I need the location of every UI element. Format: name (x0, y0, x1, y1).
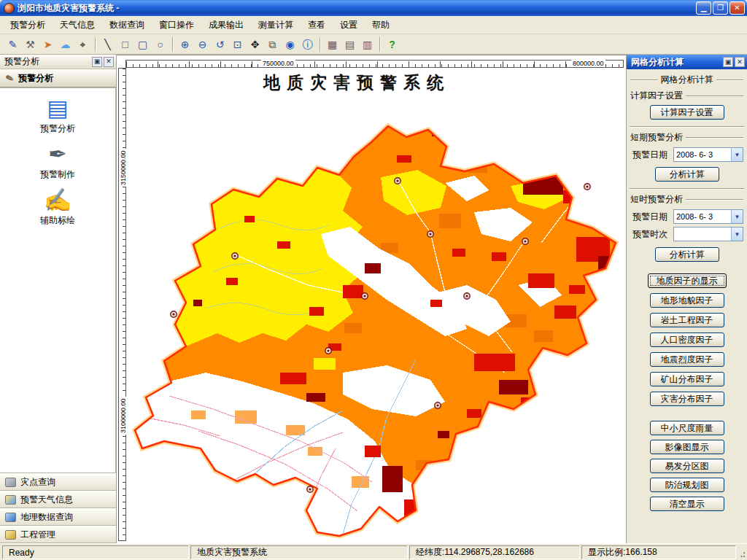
zoom-refresh-icon[interactable]: ↺ (212, 36, 228, 52)
tool-aux-drawing[interactable]: ✍ 辅助标绘 (0, 187, 115, 227)
left-panel-header: 预警分析 ▣ ✕ (0, 55, 116, 69)
target-icon[interactable]: ⌖ (74, 36, 91, 52)
group-nowcast: 短时预警分析 (630, 193, 743, 206)
statusbar: Ready 地质灾害预警系统 经纬度:114.296875,28.162686 … (0, 543, 747, 560)
warning-analysis-icon: ▤ (0, 96, 115, 122)
short-term-date-combo[interactable]: 2008- 6- 3 ▼ (673, 147, 743, 162)
map-canvas[interactable] (125, 68, 626, 543)
prevention-plan-button[interactable]: 防治规划图 (650, 478, 724, 492)
calc-factor-settings-button[interactable]: 计算因子设置 (650, 105, 724, 120)
titlebar: 浏阳市地质灾害预警系统 - ▁ ❐ ✕ (0, 0, 747, 16)
bar-project-management[interactable]: 工程管理 (0, 526, 116, 543)
tool-warning-analysis[interactable]: ▤ 预警分析 (0, 96, 115, 135)
dart-icon[interactable]: ➤ (39, 36, 56, 52)
pin-icon[interactable]: ▣ (723, 57, 733, 67)
bar-label: 预警天气信息 (20, 494, 73, 506)
geo-factor-display-button[interactable]: 地质因子的显示 (648, 273, 727, 288)
maximize-button[interactable]: ❐ (713, 1, 728, 15)
separator (630, 188, 744, 190)
copy-layers-icon[interactable]: ⧉ (264, 36, 281, 52)
warning-making-icon: ✒ (0, 141, 115, 168)
help-icon[interactable]: ? (384, 36, 400, 52)
nowcast-analyze-button[interactable]: 分析计算 (655, 247, 719, 262)
line-tool-icon[interactable]: ╲ (99, 36, 116, 52)
status-ready: Ready (2, 545, 189, 559)
calculator-icon[interactable]: ▦ (324, 36, 341, 52)
menu-data-query[interactable]: 数据查询 (102, 16, 152, 34)
right-panel-header: 网格分析计算 ▣ ✕ (627, 55, 747, 69)
short-term-analyze-button[interactable]: 分析计算 (655, 167, 719, 182)
chevron-down-icon[interactable]: ▼ (731, 228, 743, 241)
nowcast-date-row: 预警日期 2008- 6- 3 ▼ (632, 209, 743, 224)
stamp-icon: ✎ (4, 71, 15, 84)
menu-warning-analysis[interactable]: 预警分析 (3, 16, 53, 34)
seismic-factor-button[interactable]: 地震烈度因子 (650, 352, 724, 367)
terrain-factor-button[interactable]: 地形地貌因子 (650, 293, 724, 308)
clear-display-button[interactable]: 清空显示 (650, 497, 724, 511)
zoom-out-icon[interactable]: ⊖ (194, 36, 211, 52)
zoom-window-icon[interactable]: ⊡ (229, 36, 246, 52)
time-label: 预警时次 (632, 228, 671, 241)
info-icon[interactable]: ⓘ (299, 36, 316, 52)
bar-disaster-point-query[interactable]: 灾点查询 (0, 473, 116, 491)
cloud-icon[interactable]: ☁ (57, 36, 74, 52)
toolbar-separator (172, 37, 173, 52)
app-window: 浏阳市地质灾害预警系统 - ▁ ❐ ✕ 预警分析 天气信息 数据查询 窗口操作 … (0, 0, 747, 560)
right-panel-title: 网格分析计算 (631, 56, 721, 69)
left-panel: 预警分析 ▣ ✕ ✎ 预警分析 ▤ 预警分析 ✒ 预警制作 ✍ 辅助标绘 灾点查… (0, 55, 117, 543)
chevron-down-icon[interactable]: ▼ (731, 210, 743, 223)
mine-factor-button[interactable]: 矿山分布因子 (650, 372, 724, 386)
section-label: 预警分析 (18, 72, 53, 85)
printer-icon[interactable]: ▥ (359, 36, 376, 52)
menu-result-output[interactable]: 成果输出 (201, 16, 251, 34)
disaster-factor-button[interactable]: 灾害分布因子 (650, 392, 724, 406)
resize-grip[interactable] (736, 545, 746, 559)
ruler-label-x2: 800000.00 (571, 60, 605, 67)
globe-icon[interactable]: ◉ (282, 36, 298, 52)
pin-icon[interactable]: ▣ (92, 57, 102, 67)
right-panel: 网格分析计算 ▣ ✕ 网格分析计算 计算因子设置 计算因子设置 短期预警分析 预… (626, 55, 747, 543)
menu-measure-calc[interactable]: 测量计算 (251, 16, 301, 34)
bar-label: 工程管理 (20, 529, 55, 541)
section-warning-analysis[interactable]: ✎ 预警分析 (0, 69, 116, 88)
edit-map-icon[interactable]: ✎ (4, 36, 21, 52)
geotech-factor-button[interactable]: 岩土工程因子 (650, 313, 724, 327)
menu-weather-info[interactable]: 天气信息 (53, 16, 102, 34)
ellipse-tool-icon[interactable]: ○ (152, 36, 169, 52)
nowcast-date-combo[interactable]: 2008- 6- 3 ▼ (673, 209, 743, 224)
susceptibility-layer-button[interactable]: 易发分区图 (650, 459, 724, 473)
toolbar-separator (320, 37, 320, 52)
map-viewport[interactable]: 750000.00 800000.00 3150000.00 3100000.0… (117, 55, 626, 543)
window-title: 浏阳市地质灾害预警系统 - (18, 2, 696, 15)
minimize-button[interactable]: ▁ (696, 1, 711, 15)
rainfall-layer-button[interactable]: 中小尺度雨量 (650, 421, 724, 435)
roundrect-tool-icon[interactable]: ▢ (134, 36, 151, 52)
close-icon[interactable]: ✕ (735, 57, 745, 67)
warning-weather-icon (5, 495, 16, 505)
combo-value: 2008- 6- 3 (674, 210, 731, 223)
menu-view[interactable]: 查看 (301, 16, 333, 34)
bar-geo-data-query[interactable]: 地理数据查询 (0, 508, 116, 526)
stamp-icon[interactable]: ⚒ (22, 36, 39, 52)
date-label: 预警日期 (632, 211, 671, 223)
rect-tool-icon[interactable]: □ (117, 36, 133, 52)
population-factor-button[interactable]: 人口密度因子 (650, 332, 724, 347)
close-icon[interactable]: ✕ (104, 57, 114, 67)
close-button[interactable]: ✕ (729, 1, 745, 15)
zoom-in-icon[interactable]: ⊕ (177, 36, 193, 52)
menu-help[interactable]: 帮助 (365, 16, 397, 34)
bar-label: 地理数据查询 (20, 511, 73, 524)
nowcast-time-combo[interactable]: ▼ (673, 227, 743, 241)
pan-icon[interactable]: ✥ (247, 36, 263, 52)
menu-window-ops[interactable]: 窗口操作 (152, 16, 201, 34)
menu-settings[interactable]: 设置 (333, 16, 365, 34)
print-preview-icon[interactable]: ▤ (341, 36, 358, 52)
tool-warning-making[interactable]: ✒ 预警制作 (0, 141, 115, 181)
separator (630, 126, 744, 128)
imagery-layer-button[interactable]: 影像图显示 (650, 440, 724, 454)
nowcast-time-row: 预警时次 ▼ (632, 227, 743, 241)
disaster-point-query-icon (5, 478, 16, 487)
chevron-down-icon[interactable]: ▼ (731, 148, 743, 161)
bar-warning-weather-info[interactable]: 预警天气信息 (0, 491, 116, 508)
project-management-icon (5, 530, 16, 540)
